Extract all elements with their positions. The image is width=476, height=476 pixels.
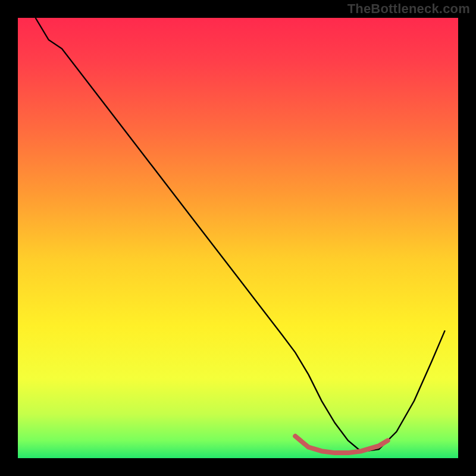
watermark-label: TheBottleneck.com — [347, 1, 470, 17]
chart-container: TheBottleneck.com — [0, 0, 476, 476]
plot-background — [18, 18, 458, 458]
chart-svg — [0, 0, 476, 476]
